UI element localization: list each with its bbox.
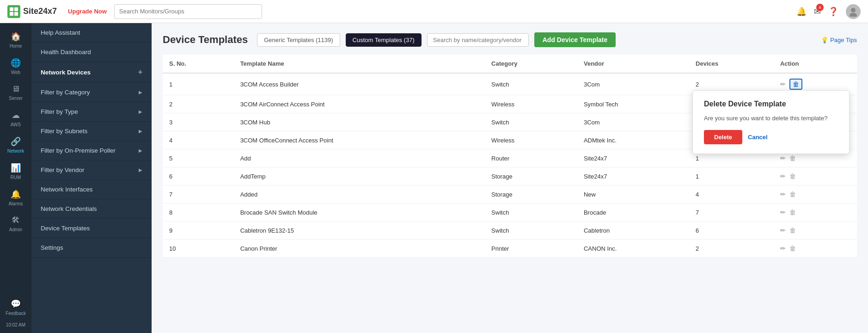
cell-vendor: 3Com xyxy=(577,73,689,95)
edit-icon[interactable]: ✏ xyxy=(780,80,786,88)
cell-template-name: 3COM AirConnect Access Point xyxy=(234,95,485,113)
rum-icon: 📊 xyxy=(11,163,21,173)
cancel-delete-button[interactable]: Cancel xyxy=(748,134,768,141)
user-avatar[interactable] xyxy=(846,4,861,19)
edit-icon[interactable]: ✏ xyxy=(780,173,786,180)
nav-item-filter-by-vendor[interactable]: Filter by Vendor ▶ xyxy=(31,160,152,180)
svg-point-4 xyxy=(851,8,856,12)
col-header-category: Category xyxy=(485,55,577,73)
nav-item-help-assistant[interactable]: Help Assistant xyxy=(31,23,152,43)
edit-icon[interactable]: ✏ xyxy=(780,154,786,162)
nav-panel: Help Assistant Health Dashboard Network … xyxy=(31,23,152,333)
cell-sno: 8 xyxy=(163,204,234,222)
cell-action: ✏ 🗑 xyxy=(774,204,857,222)
nav-item-network-credentials[interactable]: Network Credentials xyxy=(31,199,152,219)
sidebar-item-network[interactable]: 🔗 Network xyxy=(0,132,31,158)
popup-message: Are you sure you want to delete this tem… xyxy=(704,115,838,122)
sidebar-item-home[interactable]: 🏠 Home xyxy=(0,27,31,53)
delete-icon[interactable]: 🗑 xyxy=(789,245,796,252)
sidebar-item-feedback[interactable]: 💬 Feedback xyxy=(0,294,31,321)
help-icon[interactable]: ❓ xyxy=(828,6,838,17)
edit-icon[interactable]: ✏ xyxy=(780,245,786,252)
delete-icon[interactable]: 🗑 xyxy=(789,209,796,216)
upgrade-now-link[interactable]: Upgrade Now xyxy=(68,8,107,15)
svg-rect-2 xyxy=(10,12,13,16)
sidebar-item-alarms[interactable]: 🔔 Alarms xyxy=(0,185,31,211)
chevron-right-subnets-icon: ▶ xyxy=(139,129,142,134)
cell-category: Switch xyxy=(485,222,577,240)
delete-icon[interactable]: 🗑 xyxy=(789,173,796,180)
cell-category: Storage xyxy=(485,167,577,185)
cell-category: Storage xyxy=(485,185,577,204)
cell-vendor: New xyxy=(577,185,689,204)
cell-template-name: Added xyxy=(234,185,485,204)
tab-custom-templates[interactable]: Custom Templates (37) xyxy=(346,33,422,47)
delete-icon[interactable]: 🗑 xyxy=(789,227,796,234)
nav-item-filter-by-subnets[interactable]: Filter by Subnets ▶ xyxy=(31,122,152,141)
admin-icon: 🛠 xyxy=(12,216,20,225)
nav-item-filter-by-type[interactable]: Filter by Type ▶ xyxy=(31,102,152,122)
cell-sno: 5 xyxy=(163,149,234,167)
header-icons: 🔔 ✉ 4 ❓ xyxy=(796,4,861,19)
cell-category: Switch xyxy=(485,204,577,222)
cell-action: ✏ 🗑 xyxy=(774,240,857,258)
cell-sno: 4 xyxy=(163,131,234,149)
sidebar: 🏠 Home 🌐 Web 🖥 Server ☁ AWS 🔗 Network 📊 … xyxy=(0,23,31,333)
nav-item-network-devices[interactable]: Network Devices + xyxy=(31,62,152,83)
table-row: 9 Cabletron 9E132-15 Switch Cabletron 6 … xyxy=(163,222,857,240)
delete-icon[interactable]: 🗑 xyxy=(789,154,796,162)
cell-vendor: Symbol Tech xyxy=(577,95,689,113)
sidebar-label-admin: Admin xyxy=(9,227,22,232)
cell-template-name: 3COM OfficeConnect Access Point xyxy=(234,131,485,149)
aws-icon: ☁ xyxy=(12,110,20,120)
chevron-right-type-icon: ▶ xyxy=(139,109,142,114)
edit-icon[interactable]: ✏ xyxy=(780,191,786,198)
delete-icon[interactable]: 🗑 xyxy=(789,79,802,90)
sidebar-label-alarms: Alarms xyxy=(8,201,23,206)
lightbulb-icon: 💡 xyxy=(821,37,828,43)
cell-sno: 3 xyxy=(163,113,234,131)
sidebar-label-rum: RUM xyxy=(11,175,21,180)
table-row: 7 Added Storage New 4 ✏ 🗑 xyxy=(163,185,857,204)
cell-sno: 10 xyxy=(163,240,234,258)
add-device-template-button[interactable]: Add Device Template xyxy=(534,32,616,47)
cell-template-name: 3COM Hub xyxy=(234,113,485,131)
search-templates-input[interactable] xyxy=(427,33,529,47)
nav-item-settings[interactable]: Settings xyxy=(31,238,152,258)
cell-sno: 7 xyxy=(163,185,234,204)
sidebar-item-aws[interactable]: ☁ AWS xyxy=(0,105,31,132)
sidebar-item-server[interactable]: 🖥 Server xyxy=(0,80,31,105)
cell-category: Wireless xyxy=(485,131,577,149)
nav-item-network-interfaces[interactable]: Network Interfaces xyxy=(31,180,152,199)
svg-rect-1 xyxy=(14,7,18,11)
cell-devices: 4 xyxy=(689,185,774,204)
edit-icon[interactable]: ✏ xyxy=(780,227,786,234)
cell-devices: 7 xyxy=(689,204,774,222)
messages-icon[interactable]: ✉ 4 xyxy=(814,6,821,17)
sidebar-item-admin[interactable]: 🛠 Admin xyxy=(0,211,31,237)
nav-item-health-dashboard[interactable]: Health Dashboard xyxy=(31,43,152,62)
sidebar-item-rum[interactable]: 📊 RUM xyxy=(0,158,31,185)
sidebar-item-web[interactable]: 🌐 Web xyxy=(0,53,31,80)
page-tips-link[interactable]: 💡 Page Tips xyxy=(821,37,857,43)
chevron-right-poller-icon: ▶ xyxy=(139,148,142,153)
cell-category: Printer xyxy=(485,240,577,258)
cell-devices: 2 xyxy=(689,240,774,258)
tab-generic-templates[interactable]: Generic Templates (1139) xyxy=(257,33,340,47)
delete-popup: Delete Device Template Are you sure you … xyxy=(692,90,850,154)
notification-bell-icon[interactable]: 🔔 xyxy=(796,6,807,17)
cell-sno: 6 xyxy=(163,167,234,185)
sidebar-label-aws: AWS xyxy=(11,122,21,127)
nav-item-filter-by-category[interactable]: Filter by Category ▶ xyxy=(31,83,152,102)
chevron-right-category-icon: ▶ xyxy=(139,90,142,95)
global-search-input[interactable] xyxy=(114,4,262,19)
cell-template-name: Canon Printer xyxy=(234,240,485,258)
col-header-template-name: Template Name xyxy=(234,55,485,73)
cell-template-name: AddTemp xyxy=(234,167,485,185)
nav-item-filter-by-on-premise-poller[interactable]: Filter by On-Premise Poller ▶ xyxy=(31,141,152,160)
delete-icon[interactable]: 🗑 xyxy=(789,191,796,198)
add-network-device-icon[interactable]: + xyxy=(138,68,142,76)
nav-item-device-templates[interactable]: Device Templates xyxy=(31,219,152,238)
confirm-delete-button[interactable]: Delete xyxy=(704,130,742,144)
edit-icon[interactable]: ✏ xyxy=(780,209,786,216)
